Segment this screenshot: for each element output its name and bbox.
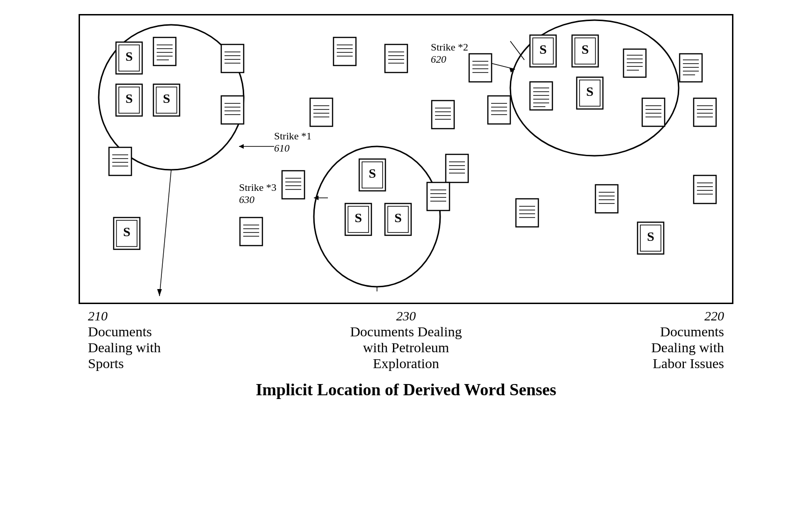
- doc-scatter-16: [515, 198, 539, 228]
- strike-doc-right-bottom: S: [637, 221, 665, 255]
- strike-doc-630-3: S: [384, 203, 412, 236]
- svg-text:S: S: [163, 91, 170, 106]
- svg-text:S: S: [355, 210, 362, 225]
- svg-rect-51: [221, 96, 244, 124]
- svg-rect-113: [680, 54, 702, 82]
- doc-scatter-19: [693, 174, 717, 204]
- doc-610-top: [152, 36, 177, 66]
- svg-rect-143: [595, 185, 618, 213]
- label-230-text: Documents Dealingwith PetroleumExplorati…: [341, 324, 471, 371]
- doc-scatter-14: [679, 53, 703, 83]
- svg-rect-138: [516, 199, 538, 227]
- strike-doc-620-2: S: [571, 34, 599, 68]
- strike-doc-630-1: S: [358, 158, 386, 192]
- svg-rect-43: [109, 147, 131, 175]
- strike1-label: Strike *1 610: [274, 130, 312, 154]
- doc-scatter-12: [623, 48, 647, 78]
- svg-rect-108: [642, 98, 665, 126]
- doc-scatter-6: [309, 97, 334, 127]
- strike-doc-620-3: S: [576, 76, 604, 110]
- svg-text:S: S: [123, 225, 130, 239]
- svg-marker-4: [157, 289, 162, 296]
- strike-doc-bottom-left: S: [113, 217, 141, 250]
- svg-text:S: S: [394, 210, 402, 225]
- svg-text:S: S: [125, 91, 133, 106]
- svg-text:S: S: [369, 166, 376, 181]
- svg-rect-102: [624, 49, 646, 77]
- svg-text:S: S: [586, 84, 594, 99]
- svg-rect-71: [282, 171, 304, 199]
- doc-scatter-13: [641, 97, 666, 127]
- svg-line-5: [510, 41, 524, 60]
- svg-text:S: S: [647, 229, 654, 244]
- doc-scatter-17: [594, 184, 619, 214]
- strike-doc-630-2: S: [344, 203, 372, 236]
- label-220: 220 DocumentsDealing withLabor Issues: [621, 309, 724, 371]
- doc-scatter-9: [281, 170, 305, 200]
- doc-scatter-3: [384, 44, 408, 73]
- doc-scatter-15: [239, 217, 263, 247]
- svg-marker-8: [239, 144, 244, 149]
- svg-marker-10: [509, 68, 515, 73]
- svg-rect-28: [221, 44, 244, 73]
- doc-620-inner: [529, 81, 553, 111]
- doc-scatter-2: [333, 36, 357, 66]
- svg-rect-33: [334, 37, 356, 65]
- doc-scatter-18: [693, 97, 717, 127]
- svg-rect-76: [469, 54, 492, 82]
- doc-scatter-10: [468, 53, 493, 83]
- svg-rect-61: [432, 101, 454, 129]
- svg-rect-90: [530, 82, 552, 110]
- strike-doc-610-3: S: [152, 83, 181, 117]
- svg-rect-128: [427, 182, 450, 210]
- svg-rect-16: [153, 37, 176, 65]
- strike2-label: Strike *2 620: [431, 41, 468, 65]
- strike-doc-620-1: S: [529, 34, 557, 68]
- svg-rect-97: [488, 96, 510, 124]
- svg-rect-38: [385, 44, 407, 73]
- svg-rect-156: [694, 175, 716, 203]
- doc-scatter-11: [487, 95, 511, 125]
- main-diagram-rect: S S S: [79, 14, 733, 304]
- doc-scatter-4: [108, 146, 132, 176]
- doc-scatter-1: [220, 44, 245, 73]
- svg-rect-151: [694, 98, 716, 126]
- doc-scatter-8: [445, 153, 469, 183]
- svg-line-3: [160, 170, 171, 296]
- diagram-title: Implicit Location of Derived Word Senses: [32, 380, 780, 399]
- svg-rect-56: [310, 98, 333, 126]
- strike-doc-610-1: S: [115, 41, 143, 75]
- bottom-labels-container: 210 DocumentsDealing withSports 230 Docu…: [79, 309, 733, 371]
- svg-rect-66: [446, 154, 468, 182]
- strike3-label: Strike *3 630: [239, 181, 276, 206]
- svg-text:S: S: [581, 42, 589, 57]
- doc-scatter-5: [220, 95, 245, 125]
- svg-text:S: S: [125, 49, 133, 64]
- label-210-text: DocumentsDealing withSports: [88, 324, 191, 371]
- svg-rect-133: [240, 218, 262, 246]
- svg-marker-12: [314, 196, 319, 200]
- label-220-text: DocumentsDealing withLabor Issues: [621, 324, 724, 371]
- label-230: 230 Documents Dealingwith PetroleumExplo…: [341, 309, 471, 371]
- doc-630-right: [426, 181, 450, 211]
- doc-scatter-7: [431, 100, 455, 130]
- strike-doc-610-2: S: [115, 83, 143, 117]
- svg-text:S: S: [539, 42, 547, 57]
- label-210: 210 DocumentsDealing withSports: [88, 309, 191, 371]
